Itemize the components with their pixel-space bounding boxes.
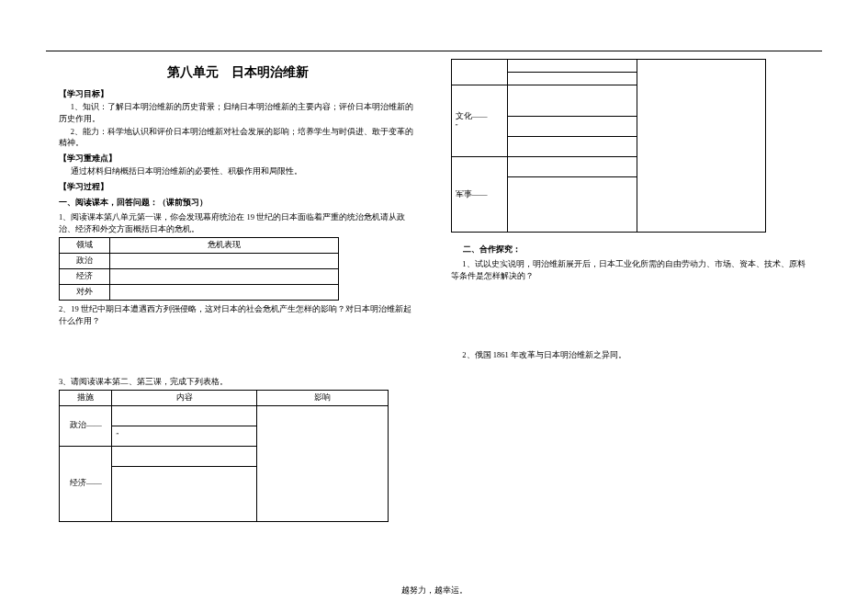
crisis-row-economy-cell: [109, 269, 338, 285]
answer-space-q2: [59, 327, 418, 373]
culture-label-text: 文化——: [456, 111, 488, 120]
measures-row-military-label: 军事——: [451, 157, 508, 233]
measures-header-content: 内容: [112, 390, 257, 405]
difficulties-heading: 【学习重难点】: [59, 153, 418, 165]
question-3: 3、请阅读课本第二、第三课，完成下列表格。: [59, 376, 418, 388]
measures-culture-content-1: [508, 85, 637, 117]
objective-1: 1、知识：了解日本明治维新的历史背景；归纳日本明治维新的主要内容；评价日本明治维…: [59, 101, 418, 125]
measures-header-measure: 措施: [60, 390, 112, 405]
right-column: 文化—— ” 军事—— 二、合作探究： 1、试以史实说明，明治维新展开后，日本工…: [434, 51, 823, 574]
measures-military-content-1: [508, 157, 637, 177]
quote-mark: ”: [116, 431, 118, 438]
objective-2: 2、能力：科学地认识和评价日本明治维新对社会发展的影响；培养学生与时俱进、敢于变…: [59, 126, 418, 150]
measures-right-effect-merged: [637, 60, 765, 233]
measures-table-right: 文化—— ” 军事——: [451, 59, 767, 233]
question-1: 1、阅读课本第八单元第一课，你会发现幕府统治在 19 世纪的日本面临着严重的统治…: [59, 211, 418, 235]
explore-q2: 2、俄国 1861 年改革与日本明治维新之异同。: [451, 349, 810, 361]
crisis-row-politics-label: 政治: [60, 254, 110, 269]
measures-effect-merged: [256, 405, 388, 521]
left-column: 第八单元 日本明治维新 【学习目标】 1、知识：了解日本明治维新的历史背景；归纳…: [46, 51, 434, 574]
measures-military-content-2: [508, 177, 637, 233]
question-2: 2、19 世纪中期日本遭遇西方列强侵略，这对日本的社会危机产生怎样的影响？对日本…: [59, 303, 418, 327]
spacer: [451, 233, 810, 240]
measures-blank-content-1: [508, 60, 637, 73]
two-column-layout: 第八单元 日本明治维新 【学习目标】 1、知识：了解日本明治维新的历史背景；归纳…: [46, 51, 822, 574]
page-footer: 越努力，越幸运。: [0, 585, 868, 596]
crisis-row-foreign-label: 对外: [60, 285, 110, 301]
section-1-heading: 一、阅读课本，回答问题：（课前预习）: [59, 197, 418, 209]
measures-row-politics-label: 政治——: [60, 405, 112, 446]
explore-q1: 1、试以史实说明，明治维新展开后，日本工业化所需的自由劳动力、市场、资本、技术、…: [451, 258, 810, 282]
measures-row-economy-label: 经济——: [60, 446, 112, 521]
difficulties-text: 通过材料归纳概括日本明治维新的必要性、积极作用和局限性。: [59, 165, 418, 177]
crisis-table: 领域 危机表现 政治 经济 对外: [59, 237, 339, 301]
measures-header-effect: 影响: [256, 390, 388, 405]
measures-economy-content-2: [112, 466, 257, 521]
measures-politics-content-1: [112, 405, 257, 426]
measures-row-blank-label: [451, 60, 508, 85]
unit-title: 第八单元 日本明治维新: [59, 64, 418, 81]
crisis-row-foreign-cell: [109, 285, 338, 301]
measures-politics-content-2: ”: [112, 426, 257, 446]
process-heading: 【学习过程】: [59, 181, 418, 193]
measures-culture-content-2: [508, 117, 637, 137]
measures-row-culture-label: 文化—— ”: [451, 85, 508, 157]
crisis-row-economy-label: 经济: [60, 269, 110, 285]
measures-culture-content-3: [508, 137, 637, 157]
crisis-row-politics-cell: [109, 254, 338, 269]
measures-economy-content-1: [112, 446, 257, 466]
page-frame: 第八单元 日本明治维新 【学习目标】 1、知识：了解日本明治维新的历史背景；归纳…: [46, 51, 822, 574]
quote-mark-culture: ”: [456, 122, 458, 130]
crisis-table-header-expression: 危机表现: [109, 238, 338, 254]
objectives-heading: 【学习目标】: [59, 88, 418, 100]
measures-table-left: 措施 内容 影响 政治—— ” 经济——: [59, 390, 389, 522]
measures-blank-content-2: [508, 73, 637, 85]
section-2-heading: 二、合作探究：: [451, 244, 810, 256]
answer-space-explore-q1: [451, 282, 810, 346]
crisis-table-header-domain: 领域: [60, 238, 110, 254]
